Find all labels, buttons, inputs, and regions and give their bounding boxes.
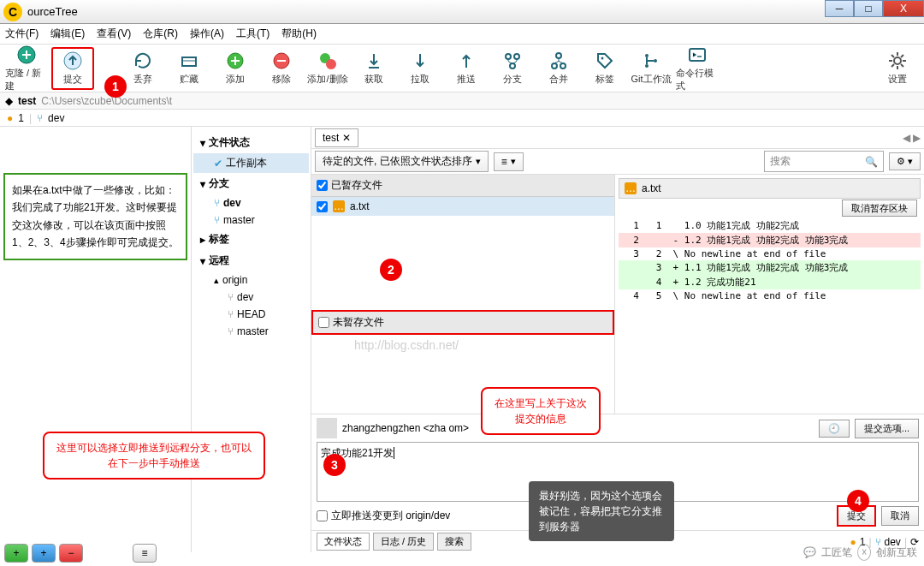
step-badge-1: 1 [104,75,127,98]
svg-point-13 [601,57,604,60]
push-button[interactable]: 推送 [445,47,488,90]
tree-branches[interactable]: ▾ 分支 [193,173,309,194]
step-badge-2: 2 [380,259,402,281]
step-badge-4: 4 [847,490,869,512]
svg-point-16 [654,59,657,63]
search-icon: 🔍 [865,156,878,168]
stash-button[interactable]: 贮藏 [168,47,210,90]
branch-icon: ⑂ [37,112,43,124]
menu-tool[interactable]: 工具(T) [236,27,270,41]
settings-button[interactable]: 设置 [876,47,919,90]
repo-tab[interactable]: test ✕ [315,128,358,147]
branch-button[interactable]: 分支 [491,47,534,90]
menu-file[interactable]: 文件(F) [5,27,38,41]
svg-rect-2 [182,57,196,66]
diff-header: … a.txt [619,178,921,199]
tree-branch-dev[interactable]: ⑂dev [193,194,309,212]
push-immediately-checkbox[interactable]: 立即推送变更到 origin/dev [317,509,450,523]
misc-button[interactable]: ≡ [133,544,157,563]
staged-header[interactable]: 已暂存文件 [311,175,614,197]
tree-remote-head[interactable]: ⑂HEAD [193,306,309,323]
merge-button[interactable]: 合并 [537,47,580,90]
svg-point-7 [506,54,511,59]
remove-button[interactable]: 移除 [260,47,303,90]
window-title: ourceTree [27,5,78,18]
watermark-url: http://blog.csdn.net/ [354,338,657,352]
svg-rect-17 [690,49,705,61]
branch-badge-bar: ●1 | ⑂dev [0,110,924,127]
callout-warning: 最好别选，因为这个选项会被记住，容易把其它分支推到服务器 [529,481,674,541]
add-folder-button[interactable]: + [32,544,56,563]
fetch-button[interactable]: 获取 [352,47,395,90]
add-button[interactable]: 添加 [214,47,257,90]
path-bar: ◆ test C:\Users\zcube\Documents\t [0,92,924,110]
commit-options-button[interactable]: 提交选项... [855,419,919,438]
repo-path: C:\Users\zcube\Documents\t [41,95,172,107]
statustab-log[interactable]: 日志 / 历史 [373,533,434,551]
titlebar: C ourceTree ─ □ X [0,0,924,24]
add-repo-button[interactable]: + [4,544,28,563]
maximize-button[interactable]: □ [854,0,883,17]
unstage-hunk-button[interactable]: 取消暂存区块 [842,200,917,217]
app-icon: C [3,3,22,21]
tree-remote-dev[interactable]: ⑂dev [193,289,309,306]
search-input[interactable]: 搜索🔍 [764,151,884,172]
pull-button[interactable]: 拉取 [399,47,441,90]
nav-icons[interactable]: ◀ ▶ [903,132,921,144]
tree-panel: ▾ 文件状态 ✔工作副本 ▾ 分支 ⑂dev ⑂master ▸ 标签 ▾ 远程… [192,127,311,552]
toolbar: 克隆 / 新建 提交 丢弃 贮藏 添加 移除 添加/删除 获取 拉取 推送 分支… [0,45,924,92]
commit-author: zhangzhengzhen <zha om> [342,422,469,434]
sort-dropdown[interactable]: 待定的文件, 已依照文件状态排序 ▾ [315,151,489,172]
clone-button[interactable]: 克隆 / 新建 [5,47,48,90]
close-button[interactable]: X [883,0,924,17]
tag-button[interactable]: 标签 [583,47,626,90]
annotation-note: 如果在a.txt中做了一些修改，比如：我们完成了功能21开发。这时候要提交这次修… [3,173,187,260]
terminal-button[interactable]: 命令行模式 [676,47,719,90]
svg-point-15 [645,64,649,68]
modified-icon: … [625,182,637,194]
callout-push: 这里可以选择立即推送到远程分支，也可以在下一步中手动推送 [43,432,265,480]
avatar [317,418,337,438]
menu-edit[interactable]: 编辑(E) [50,27,85,41]
callout-commitmsg: 在这里写上关于这次提交的信息 [481,387,601,435]
remove-repo-button[interactable]: − [59,544,83,563]
bottom-buttons: + + − ≡ [4,544,157,563]
gear-icon [887,51,908,71]
statustab-filestatus[interactable]: 文件状态 [317,533,370,551]
svg-point-6 [326,59,336,69]
history-icon[interactable]: 🕘 [819,420,850,438]
unstaged-header[interactable]: 未暂存文件 [311,310,614,335]
tree-remote-master[interactable]: ⑂master [193,323,309,340]
repo-sidebar: 如果在a.txt中做了一些修改，比如：我们完成了功能21开发。这时候要提交这次修… [0,127,192,552]
commit-button[interactable]: 提交 [51,47,94,90]
tree-filestatus[interactable]: ▾ 文件状态 [193,132,309,153]
diff-lines: 1 1 1.0 功能1完成 功能2完成 2 - 1.2 功能1完成 功能2完成 … [619,218,921,302]
gear-dropdown[interactable]: ⚙ ▾ [889,152,921,170]
tree-remotes[interactable]: ▾ 远程 [193,250,309,271]
minimize-button[interactable]: ─ [825,0,854,17]
tree-branch-master[interactable]: ⑂master [193,212,309,229]
commit-cancel-button[interactable]: 取消 [881,506,919,526]
close-tab-icon[interactable]: ✕ [342,132,351,144]
tree-workingcopy[interactable]: ✔工作副本 [193,153,309,173]
menu-repo[interactable]: 仓库(R) [143,27,178,41]
tree-tags[interactable]: ▸ 标签 [193,229,309,250]
repo-name: test [18,95,36,107]
svg-point-14 [645,54,649,57]
gitflow-button[interactable]: Git工作流 [630,47,672,90]
menu-help[interactable]: 帮助(H) [281,27,317,41]
menu-action[interactable]: 操作(A) [190,27,224,41]
watermark: 💬工匠笔 ☓创新互联 [803,544,917,561]
statustab-search[interactable]: 搜索 [437,533,471,551]
tree-origin[interactable]: ▴ origin [193,271,309,289]
staged-file[interactable]: …a.txt [311,197,614,216]
menu-view[interactable]: 查看(V) [97,27,131,41]
svg-point-8 [514,54,519,59]
addremove-button[interactable]: 添加/删除 [306,47,349,90]
bookmark-icon: ◆ [5,95,13,107]
step-badge-3: 3 [323,454,346,476]
svg-point-18 [894,57,901,64]
discard-button[interactable]: 丢弃 [121,47,164,90]
view-mode-button[interactable]: ≡ ▾ [494,152,524,171]
svg-point-10 [556,53,561,58]
